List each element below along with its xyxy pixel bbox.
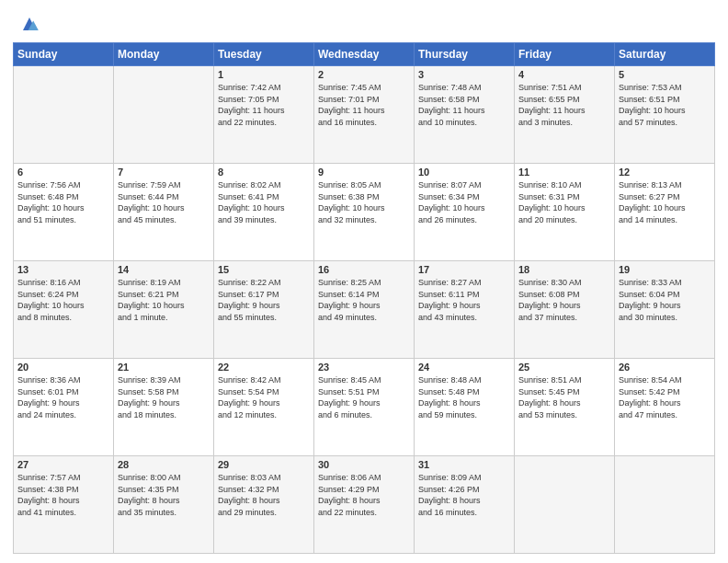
logo-icon	[17, 11, 42, 37]
day-info: Sunrise: 8:16 AM Sunset: 6:24 PM Dayligh…	[17, 277, 109, 323]
calendar-week-2: 6Sunrise: 7:56 AM Sunset: 6:48 PM Daylig…	[14, 164, 715, 261]
calendar-week-5: 27Sunrise: 7:57 AM Sunset: 4:38 PM Dayli…	[14, 456, 715, 554]
day-header-friday: Friday	[515, 43, 615, 66]
calendar-header-row: SundayMondayTuesdayWednesdayThursdayFrid…	[14, 43, 715, 66]
day-header-saturday: Saturday	[615, 43, 715, 66]
calendar-cell	[515, 456, 615, 554]
day-number: 16	[318, 264, 410, 275]
calendar-cell: 21Sunrise: 8:39 AM Sunset: 5:58 PM Dayli…	[114, 359, 214, 456]
day-number: 18	[518, 264, 610, 275]
calendar-cell: 22Sunrise: 8:42 AM Sunset: 5:54 PM Dayli…	[214, 359, 314, 456]
day-info: Sunrise: 8:22 AM Sunset: 6:17 PM Dayligh…	[218, 277, 310, 323]
calendar-cell: 19Sunrise: 8:33 AM Sunset: 6:04 PM Dayli…	[615, 261, 715, 359]
day-number: 12	[619, 167, 711, 178]
day-info: Sunrise: 8:54 AM Sunset: 5:42 PM Dayligh…	[619, 374, 711, 420]
calendar-cell: 28Sunrise: 8:00 AM Sunset: 4:35 PM Dayli…	[114, 456, 214, 554]
calendar-cell: 4Sunrise: 7:51 AM Sunset: 6:55 PM Daylig…	[515, 66, 615, 164]
day-info: Sunrise: 8:06 AM Sunset: 4:29 PM Dayligh…	[318, 472, 410, 518]
day-info: Sunrise: 7:56 AM Sunset: 6:48 PM Dayligh…	[17, 179, 109, 225]
day-number: 11	[518, 167, 610, 178]
calendar-cell	[114, 66, 214, 164]
day-info: Sunrise: 8:33 AM Sunset: 6:04 PM Dayligh…	[619, 277, 711, 323]
calendar-cell: 23Sunrise: 8:45 AM Sunset: 5:51 PM Dayli…	[314, 359, 415, 456]
day-number: 4	[518, 69, 610, 80]
calendar-cell: 10Sunrise: 8:07 AM Sunset: 6:34 PM Dayli…	[415, 164, 515, 261]
calendar-cell: 6Sunrise: 7:56 AM Sunset: 6:48 PM Daylig…	[14, 164, 114, 261]
day-number: 26	[619, 362, 711, 373]
day-header-monday: Monday	[114, 43, 214, 66]
day-info: Sunrise: 7:51 AM Sunset: 6:55 PM Dayligh…	[518, 82, 610, 128]
calendar-cell: 26Sunrise: 8:54 AM Sunset: 5:42 PM Dayli…	[615, 359, 715, 456]
calendar-cell: 30Sunrise: 8:06 AM Sunset: 4:29 PM Dayli…	[314, 456, 415, 554]
day-number: 29	[218, 459, 310, 470]
calendar-cell: 5Sunrise: 7:53 AM Sunset: 6:51 PM Daylig…	[615, 66, 715, 164]
day-number: 5	[619, 69, 711, 80]
day-number: 10	[418, 167, 510, 178]
day-number: 13	[17, 264, 109, 275]
day-number: 9	[318, 167, 410, 178]
calendar-cell: 3Sunrise: 7:48 AM Sunset: 6:58 PM Daylig…	[415, 66, 515, 164]
calendar-cell: 29Sunrise: 8:03 AM Sunset: 4:32 PM Dayli…	[214, 456, 314, 554]
day-header-tuesday: Tuesday	[214, 43, 314, 66]
day-header-thursday: Thursday	[415, 43, 515, 66]
day-number: 2	[318, 69, 410, 80]
calendar-cell: 13Sunrise: 8:16 AM Sunset: 6:24 PM Dayli…	[14, 261, 114, 359]
calendar-cell: 12Sunrise: 8:13 AM Sunset: 6:27 PM Dayli…	[615, 164, 715, 261]
day-info: Sunrise: 8:09 AM Sunset: 4:26 PM Dayligh…	[418, 472, 510, 518]
day-info: Sunrise: 8:48 AM Sunset: 5:48 PM Dayligh…	[418, 374, 510, 420]
day-number: 6	[17, 167, 109, 178]
day-number: 20	[17, 362, 109, 373]
logo	[13, 13, 42, 37]
day-info: Sunrise: 8:51 AM Sunset: 5:45 PM Dayligh…	[518, 374, 610, 420]
calendar-cell: 25Sunrise: 8:51 AM Sunset: 5:45 PM Dayli…	[515, 359, 615, 456]
calendar-cell	[14, 66, 114, 164]
header	[13, 9, 715, 37]
day-header-wednesday: Wednesday	[314, 43, 415, 66]
calendar-cell: 16Sunrise: 8:25 AM Sunset: 6:14 PM Dayli…	[314, 261, 415, 359]
page: SundayMondayTuesdayWednesdayThursdayFrid…	[0, 0, 728, 563]
calendar-week-3: 13Sunrise: 8:16 AM Sunset: 6:24 PM Dayli…	[14, 261, 715, 359]
calendar-week-4: 20Sunrise: 8:36 AM Sunset: 6:01 PM Dayli…	[14, 359, 715, 456]
day-number: 31	[418, 459, 510, 470]
day-info: Sunrise: 7:42 AM Sunset: 7:05 PM Dayligh…	[218, 82, 310, 128]
day-info: Sunrise: 8:27 AM Sunset: 6:11 PM Dayligh…	[418, 277, 510, 323]
calendar-cell: 2Sunrise: 7:45 AM Sunset: 7:01 PM Daylig…	[314, 66, 415, 164]
day-number: 21	[118, 362, 210, 373]
day-info: Sunrise: 8:30 AM Sunset: 6:08 PM Dayligh…	[518, 277, 610, 323]
calendar-cell: 8Sunrise: 8:02 AM Sunset: 6:41 PM Daylig…	[214, 164, 314, 261]
day-header-sunday: Sunday	[14, 43, 114, 66]
day-info: Sunrise: 7:59 AM Sunset: 6:44 PM Dayligh…	[118, 179, 210, 225]
day-number: 27	[17, 459, 109, 470]
day-number: 1	[218, 69, 310, 80]
calendar-cell: 24Sunrise: 8:48 AM Sunset: 5:48 PM Dayli…	[415, 359, 515, 456]
day-number: 28	[118, 459, 210, 470]
day-info: Sunrise: 7:45 AM Sunset: 7:01 PM Dayligh…	[318, 82, 410, 128]
day-number: 30	[318, 459, 410, 470]
calendar-cell: 9Sunrise: 8:05 AM Sunset: 6:38 PM Daylig…	[314, 164, 415, 261]
calendar-cell: 17Sunrise: 8:27 AM Sunset: 6:11 PM Dayli…	[415, 261, 515, 359]
day-number: 22	[218, 362, 310, 373]
day-info: Sunrise: 8:39 AM Sunset: 5:58 PM Dayligh…	[118, 374, 210, 420]
day-info: Sunrise: 8:05 AM Sunset: 6:38 PM Dayligh…	[318, 179, 410, 225]
calendar-cell: 7Sunrise: 7:59 AM Sunset: 6:44 PM Daylig…	[114, 164, 214, 261]
day-number: 25	[518, 362, 610, 373]
day-number: 8	[218, 167, 310, 178]
day-info: Sunrise: 8:45 AM Sunset: 5:51 PM Dayligh…	[318, 374, 410, 420]
day-info: Sunrise: 7:48 AM Sunset: 6:58 PM Dayligh…	[418, 82, 510, 128]
day-number: 23	[318, 362, 410, 373]
day-info: Sunrise: 8:10 AM Sunset: 6:31 PM Dayligh…	[518, 179, 610, 225]
day-info: Sunrise: 8:25 AM Sunset: 6:14 PM Dayligh…	[318, 277, 410, 323]
calendar-week-1: 1Sunrise: 7:42 AM Sunset: 7:05 PM Daylig…	[14, 66, 715, 164]
calendar-cell: 14Sunrise: 8:19 AM Sunset: 6:21 PM Dayli…	[114, 261, 214, 359]
day-number: 24	[418, 362, 510, 373]
day-number: 14	[118, 264, 210, 275]
day-info: Sunrise: 8:07 AM Sunset: 6:34 PM Dayligh…	[418, 179, 510, 225]
day-info: Sunrise: 8:36 AM Sunset: 6:01 PM Dayligh…	[17, 374, 109, 420]
calendar-cell: 20Sunrise: 8:36 AM Sunset: 6:01 PM Dayli…	[14, 359, 114, 456]
day-number: 17	[418, 264, 510, 275]
day-info: Sunrise: 8:00 AM Sunset: 4:35 PM Dayligh…	[118, 472, 210, 518]
day-number: 3	[418, 69, 510, 80]
day-info: Sunrise: 8:13 AM Sunset: 6:27 PM Dayligh…	[619, 179, 711, 225]
day-number: 19	[619, 264, 711, 275]
day-number: 7	[118, 167, 210, 178]
